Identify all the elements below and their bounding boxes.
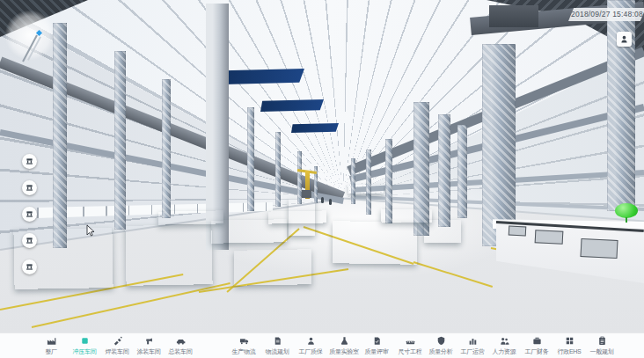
toolbar-item-label: 一般规划 — [582, 347, 622, 356]
shield-icon — [436, 336, 446, 346]
steel-column — [351, 158, 355, 204]
flask-icon — [340, 336, 349, 346]
die-stack — [333, 221, 418, 265]
worker-figure — [329, 199, 332, 205]
user-button[interactable] — [617, 32, 632, 47]
skylight-panel — [260, 99, 324, 112]
machine-cabinet — [302, 190, 311, 198]
compass-widget[interactable] — [5, 11, 55, 60]
die-stack — [125, 224, 212, 286]
press-machine-icon — [26, 237, 33, 245]
skylight-panel — [220, 69, 304, 84]
green-balloon-marker[interactable] — [615, 203, 638, 218]
hotspot-2[interactable] — [22, 180, 37, 195]
grid-icon — [565, 336, 574, 346]
worker-figure — [321, 197, 324, 203]
briefcase-icon — [532, 336, 542, 346]
enclosure-window — [580, 238, 618, 259]
steel-column — [482, 44, 516, 246]
steel-column — [457, 125, 467, 218]
document-check-icon — [372, 336, 382, 346]
people-icon — [500, 336, 509, 346]
factory-icon — [47, 336, 56, 346]
assembly-workshop-icon — [176, 336, 186, 346]
press-machine-icon — [26, 210, 33, 218]
steel-column — [366, 150, 371, 215]
steel-column — [275, 132, 281, 207]
toolbar-item-label: 总装车间 — [160, 347, 201, 356]
bar-chart-icon — [468, 336, 478, 346]
steel-column — [162, 79, 171, 218]
toolbar-item-clipboard[interactable]: 一般规划 — [582, 336, 622, 356]
enclosure-window — [535, 230, 564, 245]
steel-column — [53, 23, 67, 248]
bottom-toolbar: 整厂冲压车间焊装车间涂装车间总装车间 生产物流物流规划工厂质保质量实验室质量评审… — [0, 332, 644, 358]
digital-twin-app: 2018/09/27 15:48:08 整厂冲压车间焊装车间涂装车间总装车间 生… — [0, 0, 644, 358]
hotspot-1[interactable] — [22, 154, 37, 169]
die-stack-layer — [381, 208, 432, 209]
steel-column — [247, 107, 254, 211]
stamping-workshop-icon — [80, 336, 90, 346]
welding-workshop-icon — [113, 336, 122, 346]
die-stack — [234, 249, 312, 286]
press-machine-icon — [26, 263, 33, 271]
die-stack-layer — [424, 220, 461, 221]
die-stack — [424, 220, 461, 244]
steel-column — [438, 114, 450, 227]
die-stack — [289, 199, 315, 236]
press-machine-icon — [26, 157, 33, 165]
hotspot-3[interactable] — [22, 207, 37, 222]
die-stack — [211, 219, 287, 243]
die-stack-layer — [424, 220, 461, 221]
3d-viewport[interactable] — [0, 0, 644, 332]
mouse-cursor — [86, 224, 97, 241]
marker-stem — [626, 217, 627, 223]
toolbar-item-assembly-workshop[interactable]: 总装车间 — [160, 336, 201, 356]
hotspot-5[interactable] — [22, 259, 37, 274]
user-icon — [619, 34, 629, 44]
clipboard-icon — [597, 336, 607, 346]
press-machine-icon — [26, 184, 33, 192]
ruler-icon — [406, 336, 415, 346]
die-stack — [348, 185, 384, 194]
steel-column — [114, 51, 126, 230]
die-stack-layer — [158, 210, 223, 211]
compass-needle-icon — [22, 35, 38, 62]
document-icon — [273, 336, 282, 346]
skylight-panel — [291, 123, 339, 133]
person-icon — [306, 336, 316, 346]
beam-block — [489, 5, 538, 27]
enclosure-window — [509, 225, 527, 236]
hotspot-4[interactable] — [22, 233, 37, 248]
painting-workshop-icon — [144, 336, 154, 346]
truck-icon — [239, 336, 249, 346]
clock-timestamp: 2018/09/27 15:48:08 — [568, 8, 644, 21]
